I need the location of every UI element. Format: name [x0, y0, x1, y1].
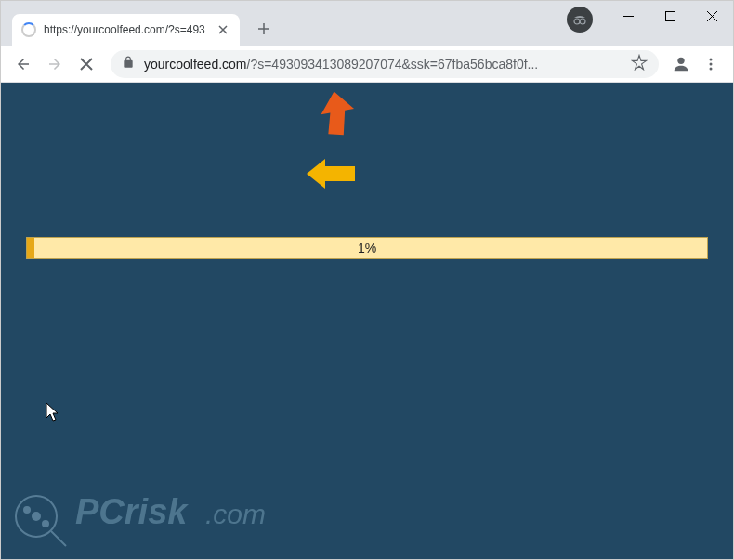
svg-text:.com: .com [205, 499, 266, 529]
svg-point-11 [43, 521, 48, 527]
svg-point-4 [710, 58, 713, 60]
svg-point-1 [580, 19, 585, 24]
url-domain: yourcoolfeed.com [144, 57, 247, 72]
pcrisk-watermark: PCrisk .com [10, 477, 308, 552]
svg-point-5 [710, 62, 713, 65]
svg-point-9 [33, 513, 40, 520]
forward-button[interactable] [40, 49, 70, 79]
maximize-button[interactable] [649, 1, 691, 31]
progress-label: 1% [27, 238, 707, 258]
mouse-cursor-icon [46, 402, 60, 426]
svg-text:PCrisk: PCrisk [75, 492, 189, 531]
lock-icon [122, 56, 135, 72]
menu-button[interactable] [696, 49, 726, 79]
browser-toolbar: yourcoolfeed.com/?s=493093413089207074&s… [1, 46, 733, 83]
minimize-button[interactable] [608, 1, 649, 31]
yellow-arrow-annotation [303, 155, 359, 192]
url-text: yourcoolfeed.com/?s=493093413089207074&s… [144, 57, 622, 72]
svg-line-8 [51, 531, 66, 546]
new-tab-button[interactable] [251, 16, 277, 42]
incognito-icon [567, 7, 593, 33]
svg-point-10 [24, 507, 30, 513]
close-tab-button[interactable] [216, 22, 230, 37]
loading-spinner-icon [21, 22, 36, 37]
svg-point-3 [677, 57, 684, 63]
address-bar[interactable]: yourcoolfeed.com/?s=493093413089207074&s… [111, 50, 659, 78]
svg-rect-2 [666, 11, 675, 20]
page-content: 1% PCrisk .com [1, 83, 733, 560]
orange-arrow-annotation [312, 87, 359, 143]
stop-button[interactable] [72, 49, 101, 79]
progress-bar: 1% [26, 237, 708, 259]
svg-point-0 [574, 19, 580, 24]
bookmark-star-icon[interactable] [631, 54, 648, 74]
browser-tab[interactable]: https://yourcoolfeed.com/?s=493 [12, 14, 240, 46]
profile-button[interactable] [668, 51, 694, 77]
close-window-button[interactable] [691, 1, 733, 31]
back-button[interactable] [8, 49, 38, 79]
browser-title-bar: https://yourcoolfeed.com/?s=493 [1, 1, 733, 46]
url-path: /?s=493093413089207074&ssk=67fba56bca8f0… [247, 57, 539, 72]
tab-title: https://yourcoolfeed.com/?s=493 [44, 23, 208, 36]
svg-point-6 [710, 67, 713, 70]
window-controls [567, 1, 733, 34]
